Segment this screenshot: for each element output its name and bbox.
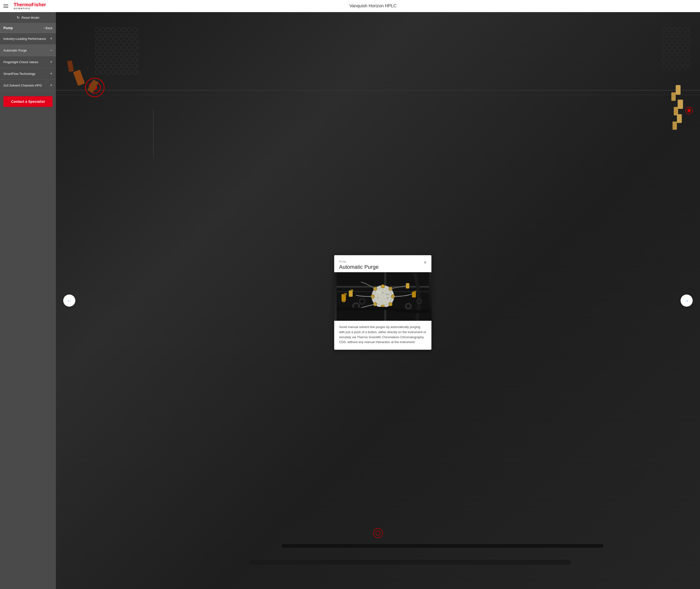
back-button[interactable]: ‹ Back [43,26,52,30]
sidebar-item-label: Automatic Purge [3,49,27,52]
reset-label: Reset Model [22,16,39,19]
sidebar-item-smartflow[interactable]: SmartFlow Technology + [0,68,56,80]
logo-thermo: ThermoFisher [14,2,46,7]
sidebar-item-label: SmartFlow Technology [3,72,35,75]
minus-icon: − [50,48,52,53]
sidebar: ↻ Reset Model Pump ‹ Back Industry-Leadi… [0,12,56,245]
chevron-left-icon: ‹ [43,26,44,30]
contact-specialist-button[interactable]: Contact a Specialist [3,96,52,107]
plus-icon: + [50,71,52,76]
reset-icon: ↻ [17,16,20,19]
sidebar-item-automatic-purge[interactable]: Automatic Purge − [0,45,56,56]
plus-icon: + [50,83,52,88]
hplc-visualization: ← → Pump Automatic Purge × [56,12,292,245]
hamburger-icon [3,4,8,8]
plus-icon: + [50,59,52,65]
pump-label: Pump [3,26,13,30]
header: ThermoFisher SCIENTIFIC Vanquish Horizon… [0,0,292,12]
svg-rect-1 [95,27,139,75]
menu-button[interactable] [0,0,12,12]
reset-model-button[interactable]: ↻ Reset Model [0,12,56,23]
sidebar-item-label: Industry-Leading Performance [3,37,46,41]
sidebar-item-label: 2x3 Solvent Channels HPG [3,83,42,87]
page-title: Vanquish Horizon HPLC [46,3,292,8]
sidebar-item-label: Fingertight Check Valves [3,60,38,64]
back-label: Back [45,26,52,30]
pump-back-row: Pump ‹ Back [0,23,56,33]
main-content: ← → Pump Automatic Purge × [56,12,292,245]
sidebar-item-solvent-channels[interactable]: 2x3 Solvent Channels HPG + [0,80,56,91]
logo: ThermoFisher SCIENTIFIC [12,2,46,10]
logo-scientific: SCIENTIFIC [14,7,46,10]
plus-icon: + [50,36,52,41]
sidebar-item-fingertight[interactable]: Fingertight Check Valves + [0,56,56,68]
sidebar-item-industry-leading[interactable]: Industry-Leading Performance + [0,33,56,45]
honeycomb-pattern-left [95,27,139,75]
